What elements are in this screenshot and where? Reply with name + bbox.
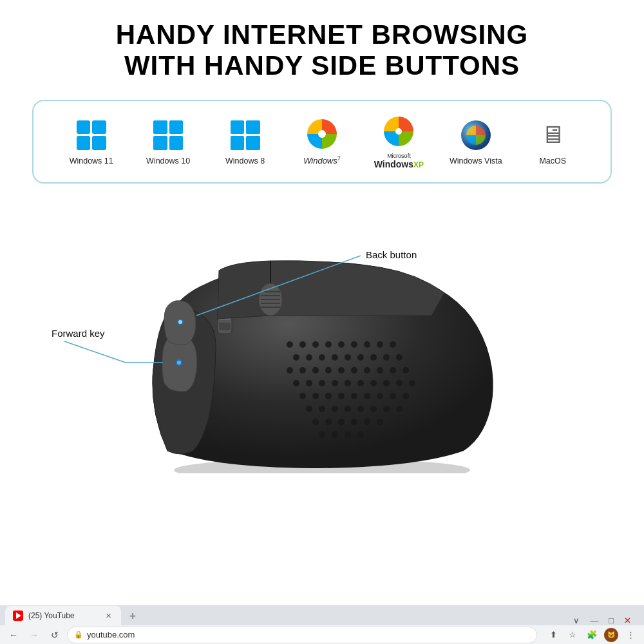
os-label-windows8: Windows 8: [225, 156, 265, 166]
svg-point-11: [306, 354, 312, 361]
share-button[interactable]: ⬆: [545, 627, 562, 643]
svg-point-14: [345, 354, 351, 361]
svg-point-40: [312, 393, 319, 399]
svg-point-59: [351, 419, 357, 425]
svg-point-45: [377, 393, 383, 399]
svg-point-51: [345, 406, 351, 412]
forward-key-label: Forward key: [52, 328, 105, 339]
window-minimize-v[interactable]: ∨: [573, 616, 580, 625]
svg-point-31: [319, 380, 325, 386]
mouse-diagram-svg: Back button Forward key: [45, 216, 599, 473]
svg-point-6: [351, 341, 357, 348]
nav-actions: ⬆ ☆ 🧩 🐱 ⋮: [545, 627, 639, 643]
windows7-icon: [303, 117, 341, 151]
window-minimize[interactable]: —: [590, 616, 598, 625]
svg-point-48: [306, 406, 312, 412]
svg-point-38: [409, 380, 415, 386]
svg-point-3: [312, 341, 319, 348]
youtube-favicon: [13, 611, 23, 621]
svg-point-32: [332, 380, 338, 386]
svg-point-35: [370, 380, 377, 386]
svg-point-4: [325, 341, 332, 348]
windowsvista-icon: [457, 118, 495, 153]
new-tab-button[interactable]: +: [124, 607, 142, 625]
os-item-windows11: Windows 11: [62, 118, 120, 166]
svg-point-12: [319, 354, 325, 361]
os-item-windowsxp: Microsoft WindowsXP: [370, 114, 428, 169]
tab-close-button[interactable]: ✕: [103, 611, 113, 621]
os-item-windows8: Windows 8: [216, 118, 274, 166]
window-maximize[interactable]: □: [609, 616, 614, 625]
svg-point-69: [178, 320, 182, 324]
svg-point-61: [377, 419, 383, 425]
svg-line-82: [64, 341, 126, 363]
svg-point-34: [357, 380, 364, 386]
nav-bar: ← → ↺ 🔒 youtube.com ⬆ ☆ 🧩 🐱 ⋮: [0, 625, 644, 644]
svg-point-7: [364, 341, 370, 348]
forward-nav-button[interactable]: →: [26, 627, 43, 643]
os-label-windows7: Windows7: [303, 155, 341, 166]
svg-point-17: [383, 354, 390, 361]
svg-point-52: [357, 406, 364, 412]
svg-point-65: [357, 431, 364, 438]
svg-point-23: [338, 367, 345, 374]
macos-icon: 🖥: [533, 118, 572, 153]
extensions-button[interactable]: 🧩: [583, 627, 600, 643]
window-controls: ∨ — □ ✕: [573, 616, 639, 625]
svg-point-1: [287, 341, 293, 348]
svg-point-58: [338, 419, 345, 425]
svg-point-39: [299, 393, 306, 399]
svg-point-15: [357, 354, 364, 361]
headline-line1: HANDY INTERNET BROWSING: [116, 19, 529, 50]
menu-button[interactable]: ⋮: [622, 627, 639, 643]
svg-point-25: [364, 367, 370, 374]
svg-point-42: [338, 393, 345, 399]
svg-point-28: [402, 367, 409, 374]
svg-point-36: [383, 380, 390, 386]
svg-point-16: [370, 354, 377, 361]
os-label-macos: MacOS: [539, 156, 566, 166]
os-compatibility-box: Windows 11 Windows 10 Windows 8: [32, 100, 612, 184]
os-label-windowsvista: Windows Vista: [450, 156, 502, 166]
svg-point-60: [364, 419, 370, 425]
svg-rect-72: [219, 323, 231, 330]
windows11-icon: [72, 118, 111, 153]
os-label-windowsxp: Microsoft WindowsXP: [374, 153, 424, 169]
svg-point-62: [319, 431, 325, 438]
address-bar[interactable]: 🔒 youtube.com: [67, 627, 537, 643]
windows8-icon: [226, 118, 265, 153]
profile-button[interactable]: 🐱: [603, 627, 620, 643]
reload-button[interactable]: ↺: [46, 627, 63, 643]
back-button-label: Back button: [366, 249, 417, 260]
svg-point-30: [306, 380, 312, 386]
tab-title: (25) YouTube: [28, 611, 98, 620]
svg-point-44: [364, 393, 370, 399]
svg-point-67: [177, 361, 181, 365]
back-nav-button[interactable]: ←: [5, 627, 22, 643]
svg-point-8: [377, 341, 383, 348]
svg-point-13: [332, 354, 338, 361]
svg-point-9: [390, 341, 396, 348]
svg-point-27: [390, 367, 396, 374]
svg-point-50: [332, 406, 338, 412]
svg-point-53: [370, 406, 377, 412]
svg-point-24: [351, 367, 357, 374]
browser-chrome: (25) YouTube ✕ + ∨ — □ ✕ ← → ↺ 🔒 youtube…: [0, 605, 644, 644]
os-item-windows7: Windows7: [293, 117, 351, 166]
bookmark-button[interactable]: ☆: [564, 627, 581, 643]
windowsxp-icon: [379, 114, 418, 149]
svg-point-41: [325, 393, 332, 399]
windows10-icon: [149, 118, 187, 153]
window-close[interactable]: ✕: [624, 616, 631, 625]
profile-avatar: 🐱: [604, 628, 618, 642]
svg-point-64: [345, 431, 351, 438]
browser-tab-youtube[interactable]: (25) YouTube ✕: [5, 606, 121, 625]
os-item-windowsvista: Windows Vista: [447, 118, 505, 166]
svg-point-49: [319, 406, 325, 412]
svg-point-63: [332, 431, 338, 438]
os-item-windows10: Windows 10: [139, 118, 197, 166]
os-label-windows10: Windows 10: [146, 156, 190, 166]
svg-point-2: [299, 341, 306, 348]
tab-bar: (25) YouTube ✕ + ∨ — □ ✕: [0, 606, 644, 625]
svg-point-22: [325, 367, 332, 374]
